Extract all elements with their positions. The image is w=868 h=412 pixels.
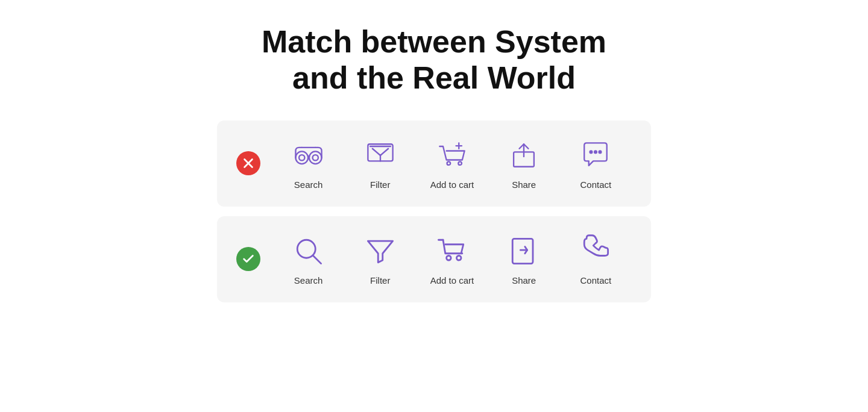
good-contact-icon: [577, 233, 614, 269]
good-share-icon: [506, 233, 542, 269]
bad-contact-item: Contact: [568, 137, 623, 190]
good-status-badge: [236, 247, 260, 271]
bad-addtocart-label: Add to cart: [430, 179, 474, 190]
svg-point-23: [456, 255, 461, 260]
svg-point-22: [447, 255, 451, 260]
good-addtocart-icon: [434, 233, 470, 269]
bad-icons-row: Search Filter: [272, 137, 632, 190]
svg-point-3: [309, 151, 322, 164]
bad-addtocart-item: Add to cart: [425, 137, 479, 190]
cards-container: Search Filter: [217, 120, 651, 302]
good-filter-label: Filter: [370, 275, 390, 286]
bad-addtocart-icon: [434, 137, 470, 173]
bad-filter-icon: [362, 137, 398, 173]
good-icons-row: Search Filter: [272, 233, 632, 286]
bad-share-icon: [506, 137, 542, 173]
svg-point-2: [295, 151, 308, 164]
svg-point-5: [299, 155, 304, 160]
bad-filter-label: Filter: [370, 179, 390, 190]
good-example-card: Search Filter: [217, 216, 651, 302]
svg-point-16: [590, 151, 593, 153]
good-addtocart-item: Add to cart: [425, 233, 479, 286]
svg-point-10: [447, 161, 451, 165]
good-search-label: Search: [294, 275, 323, 286]
svg-line-20: [313, 255, 321, 263]
bad-filter-item: Filter: [353, 137, 407, 190]
good-addtocart-label: Add to cart: [430, 275, 474, 286]
svg-point-11: [458, 161, 462, 165]
svg-rect-24: [512, 239, 533, 263]
good-filter-icon: [362, 233, 398, 269]
good-contact-item: Contact: [568, 233, 623, 286]
bad-example-card: Search Filter: [217, 120, 651, 207]
page-title: Match between System and the Real World: [262, 24, 606, 96]
bad-search-icon: [291, 137, 327, 173]
good-contact-label: Contact: [580, 275, 611, 286]
bad-share-item: Share: [497, 137, 551, 190]
good-filter-item: Filter: [353, 233, 407, 286]
good-search-item: Search: [281, 233, 336, 286]
svg-point-17: [594, 151, 597, 153]
good-share-item: Share: [497, 233, 551, 286]
bad-contact-icon: [577, 137, 614, 173]
bad-search-item: Search: [281, 137, 336, 190]
bad-search-label: Search: [294, 179, 323, 190]
bad-share-label: Share: [512, 179, 536, 190]
good-search-icon: [291, 233, 327, 269]
svg-point-18: [599, 151, 602, 153]
bad-status-badge: [236, 151, 260, 175]
svg-point-6: [312, 155, 318, 160]
bad-contact-label: Contact: [580, 179, 611, 190]
good-share-label: Share: [512, 275, 536, 286]
